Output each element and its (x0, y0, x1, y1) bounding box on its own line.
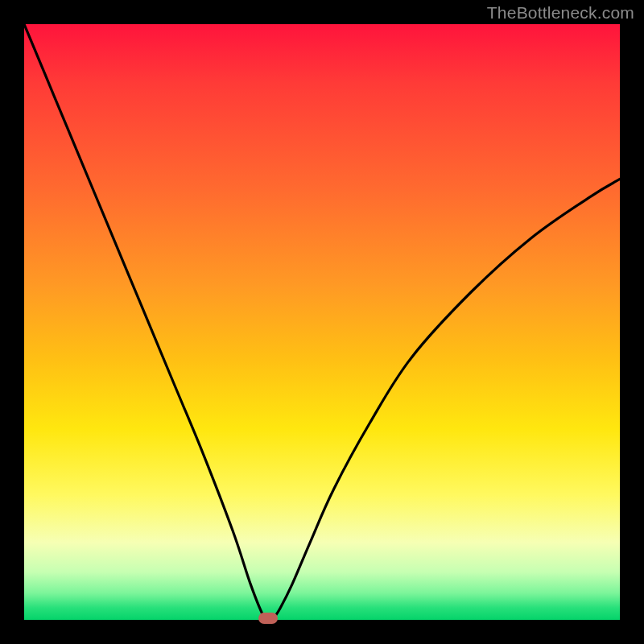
watermark-text: TheBottleneck.com (487, 3, 634, 23)
bottleneck-curve (24, 24, 620, 620)
plot-area (24, 24, 620, 620)
minimum-marker (258, 613, 278, 624)
chart-stage: TheBottleneck.com (0, 0, 644, 644)
